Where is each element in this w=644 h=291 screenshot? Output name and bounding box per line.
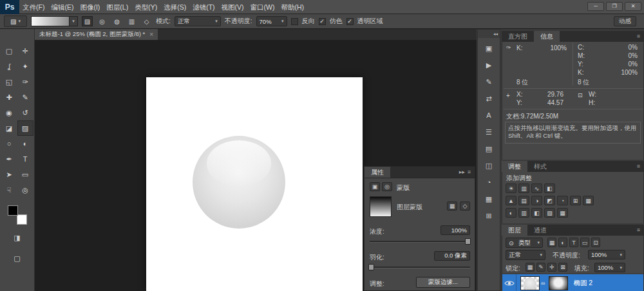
menu-view[interactable]: 视图(V) bbox=[218, 0, 247, 14]
menu-layer[interactable]: 图层(L) bbox=[103, 0, 131, 14]
menu-type[interactable]: 类型(Y) bbox=[131, 0, 160, 14]
color-balance-button[interactable]: ◑ bbox=[531, 196, 542, 205]
blur-tool[interactable]: ○ bbox=[1, 136, 17, 151]
reflected-gradient-button[interactable]: ▥ bbox=[126, 16, 137, 26]
clone-stamp-tool[interactable]: ◉ bbox=[1, 105, 17, 120]
tab-channels[interactable]: 通道 bbox=[527, 225, 553, 236]
timeline-panel-icon[interactable]: ◔ bbox=[481, 176, 497, 189]
background-color-swatch[interactable] bbox=[17, 214, 27, 225]
type-tool[interactable]: T bbox=[17, 151, 33, 167]
pen-tool[interactable]: ✒ bbox=[1, 151, 17, 167]
tab-layers[interactable]: 图层 bbox=[502, 225, 527, 236]
density-slider-handle[interactable] bbox=[465, 238, 471, 245]
mask-gradient-thumbnail[interactable] bbox=[370, 196, 392, 217]
workspace-switcher[interactable]: 动感 bbox=[614, 16, 636, 26]
collapse-chevron-icon[interactable]: ◂◂ bbox=[478, 30, 500, 38]
screen-mode-button[interactable]: ▢ bbox=[9, 250, 25, 266]
vector-mask-button[interactable]: ◇ bbox=[460, 202, 470, 211]
invert-button[interactable]: ◐ bbox=[506, 208, 516, 218]
lock-transparency-button[interactable]: ▦ bbox=[526, 263, 535, 272]
vibrance-button[interactable]: ▲ bbox=[506, 196, 516, 205]
collapse-chevron-icon[interactable]: ▸▸ bbox=[459, 167, 468, 178]
eraser-tool[interactable]: ◪ bbox=[1, 120, 17, 136]
gradient-picker[interactable]: ▾ bbox=[31, 16, 78, 26]
panel-menu-icon[interactable]: ≡ bbox=[637, 225, 644, 236]
curves-button[interactable]: ∿ bbox=[531, 183, 542, 193]
menu-file[interactable]: 文件(F) bbox=[19, 0, 48, 14]
actions-panel-icon[interactable]: ▶ bbox=[481, 59, 497, 71]
layer-thumbnail[interactable] bbox=[520, 276, 540, 290]
tab-histogram[interactable]: 直方图 bbox=[502, 31, 534, 42]
gradient-preview[interactable] bbox=[31, 16, 70, 26]
feather-value[interactable]: 0.0 像素 bbox=[434, 251, 470, 261]
path-selection-tool[interactable]: ➤ bbox=[1, 167, 17, 182]
gradient-tool[interactable]: ▨ bbox=[17, 120, 33, 136]
menu-edit[interactable]: 编辑(E) bbox=[48, 0, 77, 14]
opacity-select[interactable]: 70% ▾ bbox=[256, 16, 287, 26]
history-brush-tool[interactable]: ↺ bbox=[17, 105, 33, 120]
panel-menu-icon[interactable]: ≡ bbox=[637, 161, 644, 172]
color-panel-icon[interactable]: ◫ bbox=[481, 159, 497, 172]
filter-shape-layers-button[interactable]: ▭ bbox=[580, 238, 589, 247]
lasso-tool[interactable]: ʆ bbox=[1, 59, 17, 74]
quick-selection-tool[interactable]: ✦ bbox=[17, 59, 33, 74]
healing-brush-tool[interactable]: ✚ bbox=[1, 89, 17, 105]
restore-button[interactable]: ❐ bbox=[606, 2, 623, 11]
filter-smart-objects-button[interactable]: ⊡ bbox=[591, 238, 600, 247]
eyedropper-tool[interactable]: ✑ bbox=[17, 74, 33, 89]
pixel-mask-button[interactable]: ▦ bbox=[447, 202, 457, 211]
channel-mixer-button[interactable]: ⊞ bbox=[570, 196, 581, 205]
rectangular-marquee-tool[interactable]: ▢ bbox=[1, 43, 17, 59]
reverse-checkbox[interactable] bbox=[291, 18, 298, 25]
brush-panel-icon[interactable]: ✎ bbox=[481, 75, 497, 88]
document-tab[interactable]: 未标题-1 @ 25% (椭圆 2, 图层蒙版/8) * × bbox=[35, 29, 158, 40]
tab-adjustments[interactable]: 调整 bbox=[502, 161, 527, 172]
brightness-contrast-button[interactable]: ☀ bbox=[506, 183, 516, 193]
notes-panel-icon[interactable]: ▦ bbox=[481, 192, 497, 205]
hue-saturation-button[interactable]: ▤ bbox=[518, 196, 529, 205]
measurement-panel-icon[interactable]: ⊞ bbox=[481, 209, 497, 222]
navigator-panel-icon[interactable]: ▣ bbox=[481, 42, 497, 55]
crop-tool[interactable]: ◱ bbox=[1, 74, 17, 89]
character-panel-icon[interactable]: A bbox=[481, 109, 497, 122]
feather-slider[interactable] bbox=[370, 267, 470, 268]
menu-select[interactable]: 选择(S) bbox=[160, 0, 189, 14]
shape-tool[interactable]: ▭ bbox=[17, 167, 33, 182]
mode-select[interactable]: 正常 ▾ bbox=[175, 16, 221, 26]
tab-info[interactable]: 信息 bbox=[534, 31, 560, 42]
gradient-map-button[interactable]: ▨ bbox=[544, 208, 555, 218]
menu-window[interactable]: 窗口(W) bbox=[247, 0, 278, 14]
filter-type-layers-button[interactable]: T bbox=[569, 238, 578, 247]
layer-name[interactable]: 椭圆 2 bbox=[573, 279, 592, 288]
mask-edge-button[interactable]: 蒙版边缘... bbox=[416, 277, 470, 288]
color-lookup-button[interactable]: ▦ bbox=[583, 196, 594, 205]
tool-preset-picker[interactable]: ▨ ▾ bbox=[4, 15, 27, 27]
lock-position-button[interactable]: ✛ bbox=[547, 263, 556, 272]
dodge-tool[interactable]: ◐ bbox=[17, 136, 33, 151]
brush-tool[interactable]: ✎ bbox=[17, 89, 33, 105]
layer-filter-kind-select[interactable]: ⊙ 类型 ▾ bbox=[506, 238, 543, 248]
transparency-checkbox[interactable]: ✓ bbox=[346, 18, 354, 25]
density-value[interactable]: 100% bbox=[440, 225, 470, 235]
mask-target-icon[interactable]: ◎ bbox=[382, 182, 392, 191]
diamond-gradient-button[interactable]: ◇ bbox=[141, 16, 152, 26]
foreground-color-swatch[interactable] bbox=[8, 205, 18, 216]
layer-visibility-toggle[interactable] bbox=[502, 274, 516, 291]
filter-adjustment-layers-button[interactable]: ◐ bbox=[558, 238, 567, 247]
swatches-panel-icon[interactable]: ▤ bbox=[481, 142, 497, 155]
selective-color-button[interactable]: ▦ bbox=[557, 208, 568, 218]
menu-filter[interactable]: 滤镜(T) bbox=[189, 0, 218, 14]
dither-checkbox[interactable]: ✓ bbox=[319, 18, 326, 25]
menu-image[interactable]: 图像(I) bbox=[77, 0, 103, 14]
filter-pixel-layers-button[interactable]: ▦ bbox=[547, 238, 556, 247]
blend-mode-select[interactable]: 正常 ▾ bbox=[506, 250, 545, 260]
close-icon[interactable]: × bbox=[149, 31, 153, 38]
density-slider[interactable] bbox=[370, 241, 470, 243]
move-tool[interactable]: ✛ bbox=[17, 43, 33, 59]
hand-tool[interactable]: ☟ bbox=[1, 182, 17, 198]
layer-mask-thumbnail[interactable] bbox=[549, 276, 568, 290]
clone-source-panel-icon[interactable]: ⇄ bbox=[481, 92, 497, 105]
lock-pixels-button[interactable]: ✎ bbox=[536, 263, 545, 272]
tab-styles[interactable]: 样式 bbox=[527, 161, 553, 172]
chevron-down-icon[interactable]: ▾ bbox=[70, 16, 78, 26]
